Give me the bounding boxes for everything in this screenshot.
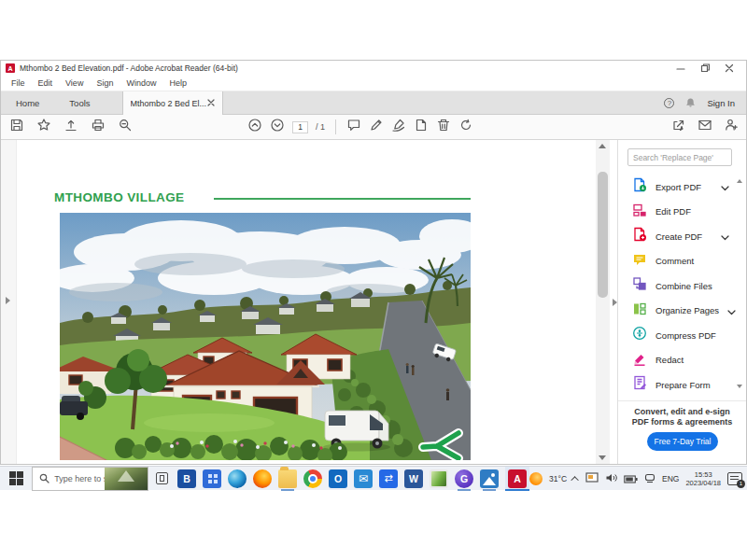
email-icon[interactable] [698, 118, 712, 136]
acrobat-window: A Mthombo 2 Bed Elevation.pdf - Adobe Ac… [0, 60, 747, 465]
green-photo-app-icon[interactable] [430, 469, 448, 488]
temperature-label[interactable]: 31°C [549, 474, 567, 483]
tool-prepare-form[interactable]: Prepare Form [618, 372, 735, 398]
menu-bar: File Edit View Sign Window Help [1, 76, 746, 91]
help-icon[interactable] [664, 98, 674, 108]
sign-in-button[interactable]: Sign In [707, 98, 735, 108]
clock[interactable]: 15:53 2023/04/18 [685, 470, 721, 487]
file-explorer-icon[interactable] [278, 469, 297, 488]
hidden-icons-chevron[interactable] [571, 476, 578, 483]
previous-page-icon[interactable] [247, 118, 262, 136]
chevron-down-icon[interactable] [721, 178, 729, 195]
tool-organize-pages[interactable]: Organize Pages [618, 299, 735, 324]
battery-icon[interactable] [624, 470, 638, 487]
menu-file[interactable]: File [5, 78, 32, 88]
tool-redact[interactable]: Redact [618, 348, 735, 373]
scroll-up-icon[interactable] [599, 144, 606, 148]
word-icon[interactable]: W [404, 469, 423, 488]
menu-window[interactable]: Window [120, 78, 162, 88]
fill-sign-pen-icon[interactable] [369, 118, 384, 136]
chrome-icon[interactable] [303, 469, 322, 488]
menu-edit[interactable]: Edit [32, 78, 60, 88]
next-page-icon[interactable] [270, 118, 285, 136]
save-icon[interactable] [9, 118, 24, 136]
chevron-down-icon[interactable] [721, 228, 729, 245]
g-app-icon[interactable]: G [455, 469, 473, 488]
document-canvas[interactable]: MTHOMBO VILLAGE [1, 140, 617, 464]
vertical-scrollbar[interactable] [596, 140, 610, 464]
comment-icon[interactable] [346, 118, 361, 136]
display-icon[interactable] [585, 470, 599, 487]
stamp-icon[interactable] [414, 118, 429, 136]
favorite-star-icon[interactable] [36, 118, 51, 136]
menu-help[interactable]: Help [162, 78, 193, 88]
tab-tools[interactable]: Tools [54, 91, 105, 114]
print-icon[interactable] [91, 118, 106, 136]
acrobat-taskbar-icon[interactable]: A [508, 469, 527, 488]
scrollbar-thumb[interactable] [598, 172, 608, 298]
windows-logo-icon [9, 471, 23, 485]
prepare-form-icon [632, 375, 647, 394]
menu-view[interactable]: View [59, 78, 90, 88]
combine-files-icon [632, 276, 647, 295]
system-tray: 31°C ENG 15:53 2023/04/18 1 [529, 470, 747, 487]
tool-create-pdf[interactable]: Create PDF [618, 224, 735, 249]
free-trial-button[interactable]: Free 7-Day Trial [647, 432, 718, 451]
mail-icon[interactable] [354, 469, 373, 488]
tools-list: Export PDF Edit PDF Create PDF [618, 175, 735, 398]
tab-document-label: Mthombo 2 Bed El... [131, 99, 207, 108]
organize-pages-icon [632, 301, 647, 320]
title-bar[interactable]: A Mthombo 2 Bed Elevation.pdf - Adobe Ac… [1, 61, 746, 76]
tool-edit-pdf[interactable]: Edit PDF [618, 200, 735, 225]
edge-icon[interactable] [228, 469, 247, 488]
toolbar: / 1 [1, 115, 746, 140]
acrobat-taskbar-active[interactable]: A [505, 467, 529, 491]
chevron-down-icon[interactable] [727, 302, 736, 319]
tab-close-icon[interactable] [207, 98, 215, 108]
compress-pdf-icon [632, 326, 647, 344]
date-label: 2023/04/18 [685, 479, 721, 487]
tab-document[interactable]: Mthombo 2 Bed El... [122, 91, 223, 115]
task-view-icon[interactable] [156, 472, 168, 484]
tools-panel: Export PDF Edit PDF Create PDF [617, 140, 746, 464]
b-app-icon[interactable]: B [177, 469, 196, 488]
panel-scroll-down-icon[interactable] [737, 385, 742, 388]
tool-export-pdf[interactable]: Export PDF [618, 175, 735, 200]
start-button[interactable] [0, 467, 32, 491]
scroll-down-icon[interactable] [599, 455, 606, 460]
blue-grid-app-icon[interactable] [203, 469, 221, 488]
tool-compress-pdf[interactable]: Compress PDF [618, 323, 735, 348]
signature-icon[interactable] [391, 118, 406, 136]
tool-combine-files[interactable]: Combine Files [618, 273, 735, 299]
firefox-icon[interactable] [253, 469, 272, 488]
tab-home[interactable]: Home [1, 91, 54, 114]
find-icon[interactable] [118, 118, 133, 136]
tools-search-input[interactable] [627, 148, 732, 166]
desktop: A Mthombo 2 Bed Elevation.pdf - Adobe Ac… [0, 0, 747, 560]
tool-comment[interactable]: Comment [618, 249, 735, 274]
language-indicator[interactable]: ENG [662, 474, 679, 483]
menu-sign[interactable]: Sign [90, 78, 120, 88]
photos-icon[interactable] [480, 469, 499, 488]
teamviewer-icon[interactable] [379, 469, 398, 488]
search-highlight-image[interactable] [105, 468, 148, 490]
share-link-icon[interactable] [671, 118, 686, 136]
taskbar-search[interactable]: Type here to search [32, 467, 148, 491]
rotate-icon[interactable] [458, 118, 473, 136]
eject-icon[interactable] [644, 470, 655, 487]
share-upload-icon[interactable] [63, 118, 78, 136]
share-person-icon[interactable] [724, 118, 739, 136]
nav-pane-expand-icon[interactable] [6, 297, 10, 304]
action-center-icon[interactable]: 1 [727, 472, 742, 485]
notification-bell-icon[interactable] [685, 95, 696, 112]
panel-scroll-up-icon[interactable] [737, 179, 742, 183]
volume-icon[interactable] [605, 470, 617, 487]
outlook-icon[interactable]: O [329, 469, 347, 488]
close-button[interactable] [717, 62, 741, 75]
restore-button[interactable] [693, 62, 717, 75]
page-number-input[interactable] [292, 121, 308, 133]
time-label: 15:53 [685, 470, 721, 479]
trash-icon[interactable] [436, 118, 451, 136]
weather-icon[interactable] [529, 472, 543, 485]
minimize-button[interactable] [669, 62, 693, 75]
